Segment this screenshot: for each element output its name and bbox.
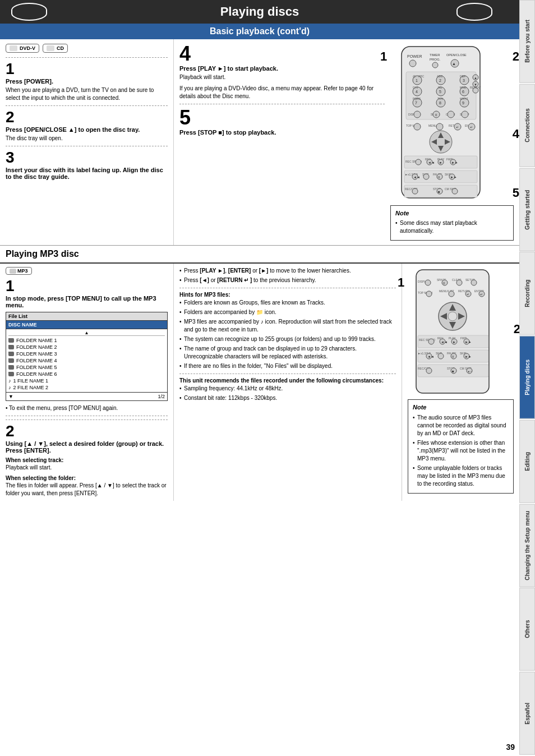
cd-badge: CD	[43, 44, 68, 53]
note-title-basic: Note	[395, 209, 509, 218]
mp3-note-list: The audio source of MP3 files cannot be …	[413, 414, 509, 488]
mp3-note-box: Note The audio source of MP3 files canno…	[408, 399, 514, 493]
step-1-block: 1 Press [POWER]. When you are playing a …	[6, 57, 168, 102]
divider-3	[179, 374, 396, 374]
steps-45-text: 4 Press [PLAY ►] to start playback. Play…	[179, 44, 385, 241]
step-5-block: 5 Press [STOP ■] to stop playback.	[179, 104, 385, 136]
sidebar-tab-others[interactable]: Others	[519, 588, 535, 671]
svg-text:◄◄: ◄◄	[427, 355, 434, 358]
mp3-left-col: MP3 1 In stop mode, press [TOP MENU] to …	[0, 264, 174, 501]
mp3-right-col: 1 2 DISPLAY SPACE 0 CLEAR	[402, 264, 519, 501]
svg-point-70	[416, 159, 421, 165]
step-3-title: Insert your disc with its label facing u…	[6, 167, 168, 180]
scroll-down-arrow: ▼	[8, 394, 13, 399]
mp3-note-title: Note	[413, 403, 509, 412]
file-item-name-2: FOLDER NAME 3	[16, 351, 57, 357]
file-item-1: FOLDER NAME 2	[8, 344, 165, 351]
step-2-title: Press [OPEN/CLOSE ▲] to open the disc tr…	[6, 126, 168, 133]
folder-icon-1	[8, 345, 14, 349]
subtitle-text: Basic playback (cont'd)	[210, 26, 310, 36]
svg-text:2: 2	[439, 79, 441, 82]
file-list-body: ▲ FOLDER NAME 1 FOLDER NAME 2	[6, 329, 167, 392]
step-5-num: 5	[179, 108, 385, 128]
basic-playback-section: DVD-V CD 1 Press [POWER]. When you are p…	[0, 39, 519, 246]
note-box-basic: Note Some discs may start playback autom…	[390, 205, 514, 241]
svg-point-50	[448, 111, 454, 118]
section-header: Basic playback (cont'd)	[0, 24, 519, 39]
sidebar-tab-playing-discs[interactable]: Playing discs	[519, 336, 535, 419]
svg-text:3: 3	[463, 79, 465, 82]
svg-text:●→: ●→	[468, 370, 472, 373]
svg-text:JKL: JKL	[437, 86, 442, 89]
svg-text:9: 9	[462, 101, 464, 105]
svg-text:↵: ↵	[470, 126, 473, 129]
sidebar-tab-getting-started[interactable]: Getting started	[519, 168, 535, 251]
mp3-remote-svg: DISPLAY SPACE 0 CLEAR SETUP TOP MENU	[408, 267, 506, 396]
svg-text:◄◄: ◄◄	[441, 340, 448, 344]
step-3-block: 3 Insert your disc with its label facing…	[6, 146, 168, 180]
mp3-step-1-block: 1 In stop mode, press [TOP MENU] to call…	[6, 278, 168, 308]
file-item-0: FOLDER NAME 1	[8, 337, 165, 344]
page-title: Playing discs	[0, 0, 519, 24]
file-list: File List DISC NAME ▲ FOLDER NAME 1 FOLD…	[6, 312, 168, 401]
remote-label-1: 1	[380, 49, 387, 64]
when-folder-body: The files in folder will appear. Press […	[6, 482, 168, 497]
recommended-0: Sampling frequency: 44.1kHz or 48kHz.	[179, 385, 396, 393]
when-track-body: Playback will start.	[6, 464, 168, 472]
hint-2: MP3 files are accompanied by ♪ icon. Rep…	[179, 318, 396, 334]
folder-icon-3	[8, 358, 14, 363]
file-item-3: FOLDER NAME 4	[8, 357, 165, 364]
svg-point-99	[452, 188, 458, 194]
title-text: Playing discs	[220, 4, 299, 19]
svg-text:↵: ↵	[480, 293, 483, 296]
mp3-remote-label-1: 1	[398, 275, 404, 290]
svg-text:4: 4	[416, 90, 418, 94]
svg-point-5	[432, 62, 438, 68]
sidebar-tab-editing[interactable]: Editing	[519, 420, 535, 503]
file-item-name-5: FOLDER NAME 6	[16, 371, 57, 377]
file-item-name-7: 2 FILE NAME 2	[13, 385, 49, 390]
sidebar-tab-recording[interactable]: Recording	[519, 252, 535, 335]
remote-svg: POWER TIMER PROG. OPEN/CLOSE ▲	[390, 44, 491, 201]
mp3-content: MP3 1 In stop mode, press [TOP MENU] to …	[0, 264, 519, 501]
svg-point-125	[448, 312, 457, 321]
svg-text:ABC: ABC	[437, 75, 443, 78]
folder-icon-5	[8, 372, 14, 376]
file-item-4: FOLDER NAME 5	[8, 364, 165, 371]
svg-text:1: 1	[416, 79, 418, 82]
svg-point-152	[426, 368, 432, 374]
sidebar-right: Before you start Connections Getting sta…	[519, 0, 535, 756]
sidebar-tab-before-you-start[interactable]: Before you start	[519, 0, 535, 83]
svg-text:►: ►	[453, 340, 456, 344]
hint-1: Folders are accompanied by 📁 icon.	[179, 308, 396, 316]
svg-point-2	[409, 60, 416, 67]
file-item-7: ♪ 2 FILE NAME 2	[8, 384, 165, 391]
when-track-section: When selecting track: Playback will star…	[6, 457, 168, 472]
when-folder-title: When selecting the folder:	[6, 475, 168, 481]
sidebar-tab-changing-setup[interactable]: Changing the Setup menu	[519, 504, 535, 587]
svg-text:PQRS: PQRS	[413, 97, 421, 100]
svg-text:POWER: POWER	[407, 54, 422, 58]
step-2-block: 2 Press [OPEN/CLOSE ▲] to open the disc …	[6, 105, 168, 142]
svg-text:ABC: ABC	[418, 75, 425, 78]
hint-3: The system can recognize up to 255 group…	[179, 335, 396, 343]
step-1-num: 1	[6, 61, 168, 77]
step-3-num: 3	[6, 150, 168, 165]
step-1-body: When you are playing a DVD, turn the TV …	[6, 86, 168, 102]
divider-2	[179, 288, 396, 288]
sidebar-tab-espanol[interactable]: Español	[519, 672, 535, 755]
sidebar-tab-connections[interactable]: Connections	[519, 84, 535, 167]
step-2-num: 2	[6, 109, 168, 125]
mp3-remote-container: 1 2 DISPLAY SPACE 0 CLEAR	[408, 267, 514, 397]
svg-text:TIMER: TIMER	[430, 53, 440, 57]
svg-text:@:: @:	[413, 75, 416, 78]
svg-text:6: 6	[462, 90, 464, 94]
mp3-step-2-block: 2 Using [▲ / ▼], select a desired folder…	[6, 420, 168, 454]
svg-point-56	[436, 123, 443, 130]
svg-point-111	[426, 291, 432, 297]
mp3-step-1-num: 1	[6, 278, 168, 294]
svg-text:TUV: TUV	[437, 97, 444, 100]
hints-list: Folders are known as Groups, files are k…	[179, 299, 396, 370]
steps-1-3-col: DVD-V CD 1 Press [POWER]. When you are p…	[0, 39, 174, 245]
recommended-list: Sampling frequency: 44.1kHz or 48kHz. Co…	[179, 385, 396, 402]
